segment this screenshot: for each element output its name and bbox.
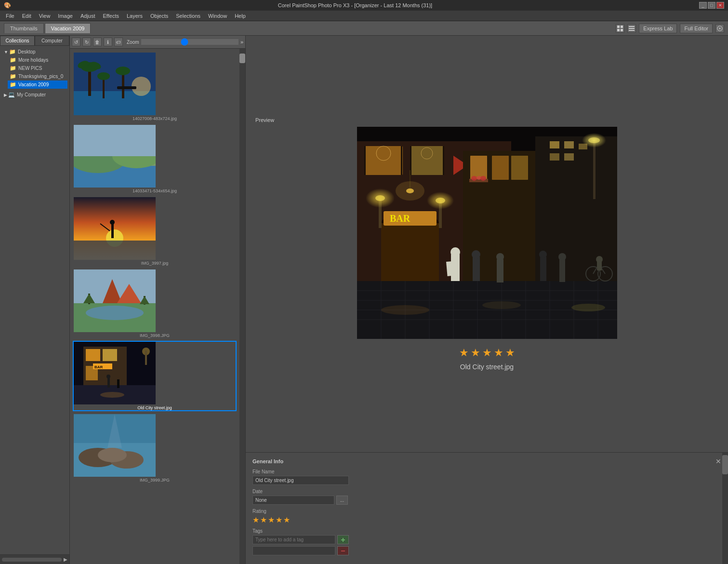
info-star-3[interactable]: ★ <box>268 515 275 524</box>
grid-view-icon[interactable] <box>616 24 624 33</box>
close-button[interactable]: ✕ <box>716 2 724 9</box>
svg-rect-101 <box>511 156 528 180</box>
svg-rect-54 <box>145 350 147 365</box>
top-toolbar: Thumbnails Vacation 2009 Express Lab Ful… <box>0 21 728 36</box>
preview-star-4[interactable]: ★ <box>494 347 503 359</box>
tag-input[interactable] <box>252 535 335 544</box>
thumbnail-item-1[interactable]: 14033471-534x654.jpg <box>74 125 236 193</box>
svg-point-8 <box>719 27 721 29</box>
tag-tool[interactable]: 🏷 <box>114 38 123 46</box>
tab-thumbnails[interactable]: Thumbnails <box>4 23 44 33</box>
settings-icon[interactable] <box>715 24 724 33</box>
menu-selections[interactable]: Selections <box>172 12 204 20</box>
tree-item-thanksgiving[interactable]: 📁 Thanksgiving_pics_0 <box>8 72 67 81</box>
thumbnail-scrollbar[interactable] <box>239 49 245 564</box>
info-star-2[interactable]: ★ <box>260 515 267 524</box>
rotate-left-tool[interactable]: ↺ <box>72 38 80 46</box>
folder-icon: 📁 <box>10 81 16 88</box>
info-star-4[interactable]: ★ <box>276 515 282 524</box>
thumbnail-item-0[interactable]: 14027008-483x724.jpg <box>74 53 236 121</box>
info-fields-row: File Name Date ... Rating <box>252 469 721 559</box>
tree-item-desktop[interactable]: ▼ 📁 Desktop <box>2 48 67 56</box>
svg-text:BAR: BAR <box>94 365 103 369</box>
info-star-1[interactable]: ★ <box>252 515 259 524</box>
svg-point-95 <box>396 181 424 201</box>
tag-remove-input[interactable] <box>252 546 335 555</box>
svg-rect-50 <box>107 378 110 388</box>
svg-rect-133 <box>559 259 565 282</box>
preview-star-5[interactable]: ★ <box>505 347 515 359</box>
tree-item-my-computer[interactable]: ▶ 💻 My Computer <box>2 91 67 99</box>
left-tab-computer[interactable]: Computer <box>35 36 69 46</box>
svg-point-72 <box>582 133 606 148</box>
full-editor-button[interactable]: Full Editor <box>680 24 713 33</box>
date-row: ... <box>252 496 349 505</box>
info-tool[interactable]: ℹ <box>104 38 112 46</box>
preview-stars[interactable]: ★ ★ ★ ★ ★ <box>459 347 515 359</box>
menu-window[interactable]: Window <box>204 12 231 20</box>
tree-item-label: NEW PICS <box>18 66 42 71</box>
info-star-5[interactable]: ★ <box>283 515 290 524</box>
thumb-filename-4: Old City street.jpg <box>74 405 236 410</box>
delete-tool[interactable]: 🗑 <box>93 38 102 46</box>
info-close-button[interactable]: ✕ <box>715 457 721 465</box>
thumbnails-list: 14027008-483x724.jpg <box>70 49 239 564</box>
folder-icon: 📁 <box>9 49 16 55</box>
tree-item-label: Desktop <box>18 49 36 54</box>
preview-star-2[interactable]: ★ <box>471 347 480 359</box>
menu-file[interactable]: File <box>2 12 18 20</box>
info-panel-scrollbar[interactable] <box>722 453 728 564</box>
svg-rect-131 <box>540 257 546 281</box>
svg-point-31 <box>110 220 115 225</box>
file-name-label: File Name <box>252 469 349 474</box>
file-name-input[interactable] <box>252 476 349 485</box>
tree-item-new-pics[interactable]: 📁 NEW PICS <box>8 64 67 72</box>
thumb-filename-3: IMG_3998.JPG <box>74 333 236 338</box>
menu-help[interactable]: Help <box>231 12 250 20</box>
menu-objects[interactable]: Objects <box>146 12 172 20</box>
thumb-image-2 <box>74 197 156 260</box>
minimize-button[interactable]: _ <box>699 2 707 9</box>
menu-image[interactable]: Image <box>54 12 77 20</box>
tree-item-label: More holidays <box>18 57 48 63</box>
tree-children: 📁 More holidays 📁 NEW PICS 📁 Thanksgivin… <box>2 56 67 89</box>
menu-layers[interactable]: Layers <box>123 12 146 20</box>
preview-star-3[interactable]: ★ <box>482 347 492 359</box>
list-view-icon[interactable] <box>627 24 636 33</box>
thumbnail-item-5[interactable]: IMG_3999.JPG <box>74 414 236 483</box>
info-rating-stars[interactable]: ★ ★ ★ ★ ★ <box>252 515 349 524</box>
zoom-slider[interactable] <box>141 39 238 45</box>
svg-rect-5 <box>629 28 635 29</box>
expand-icon[interactable]: » <box>240 39 243 45</box>
left-tab-collections[interactable]: Collections <box>0 36 35 46</box>
menu-edit[interactable]: Edit <box>18 12 35 20</box>
thumbnail-item-3[interactable]: IMG_3998.JPG <box>74 269 236 338</box>
maximize-button[interactable]: □ <box>708 2 715 9</box>
left-scrollbar[interactable]: ▶ <box>0 554 69 564</box>
date-input[interactable] <box>252 496 334 505</box>
menubar: File Edit View Image Adjust Effects Laye… <box>0 11 728 21</box>
remove-tag-button[interactable] <box>337 546 349 555</box>
thumbnail-item-4[interactable]: BAR <box>74 342 236 410</box>
date-picker-button[interactable]: ... <box>336 496 348 505</box>
svg-rect-4 <box>629 26 635 27</box>
rating-label: Rating <box>252 509 349 514</box>
express-lab-button[interactable]: Express Lab <box>639 24 677 33</box>
menu-effects[interactable]: Effects <box>99 12 123 20</box>
svg-point-16 <box>116 67 130 75</box>
thumbnail-item-2[interactable]: IMG_3997.jpg <box>74 197 236 266</box>
thumb-filename-2: IMG_3997.jpg <box>74 261 236 266</box>
svg-point-132 <box>539 251 547 258</box>
tree-item-vacation2009[interactable]: 📁 Vacation 2009 <box>8 81 67 89</box>
svg-rect-69 <box>564 153 574 161</box>
menu-adjust[interactable]: Adjust <box>77 12 99 20</box>
rotate-right-tool[interactable]: ↻ <box>82 38 91 46</box>
tab-vacation[interactable]: Vacation 2009 <box>45 23 91 33</box>
add-tag-button[interactable] <box>337 535 349 544</box>
thumbnail-scroll-area: 14027008-483x724.jpg <box>70 49 245 564</box>
thumb-filename-1: 14033471-534x654.jpg <box>74 188 236 193</box>
preview-star-1[interactable]: ★ <box>459 347 469 359</box>
menu-view[interactable]: View <box>35 12 54 20</box>
tree-item-more-holidays[interactable]: 📁 More holidays <box>8 56 67 64</box>
expand-arrow: ▶ <box>4 93 7 97</box>
